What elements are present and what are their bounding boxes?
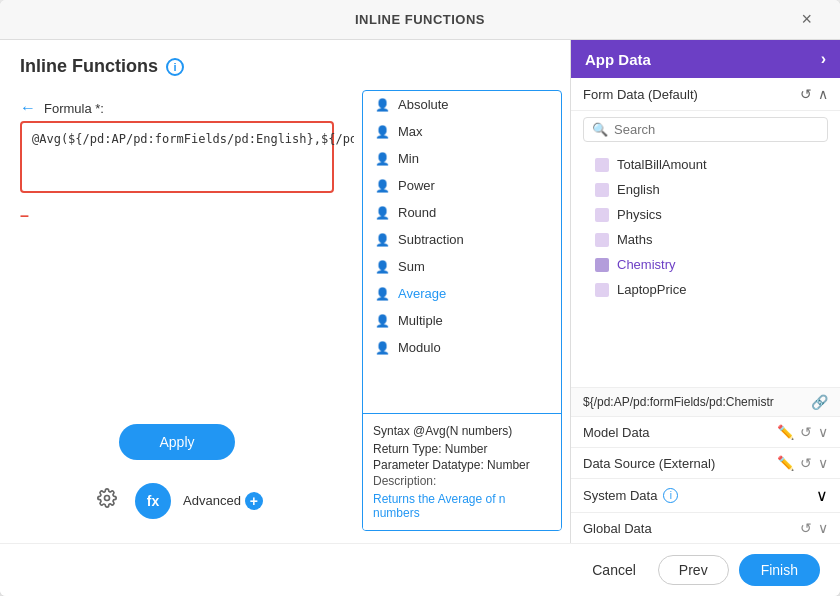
model-data-actions: ✏️ ↺ ∨: [777, 424, 828, 440]
fn-item-absolute[interactable]: 👤 Absolute: [363, 91, 561, 118]
fn-icon: 👤: [375, 341, 390, 355]
refresh-icon[interactable]: ↺: [800, 520, 812, 536]
modal-body: Inline Functions i ← Formula *: @Avg(${/…: [0, 40, 840, 543]
advanced-plus-icon: +: [245, 492, 263, 510]
global-data-section[interactable]: Global Data ↺ ∨: [571, 512, 840, 543]
copy-path-text: ${/pd:AP/pd:formFields/pd:Chemistr: [583, 395, 774, 409]
search-input[interactable]: [614, 122, 819, 137]
field-icon: [595, 258, 609, 272]
field-item-laptopprice[interactable]: LaptopPrice: [571, 277, 840, 302]
field-list: TotalBillAmount English Physics Maths Ch…: [571, 148, 840, 387]
refresh-icon[interactable]: ↺: [800, 455, 812, 471]
minus-sign: –: [20, 207, 29, 224]
search-box: 🔍: [583, 117, 828, 142]
fn-icon: 👤: [375, 314, 390, 328]
fn-icon: 👤: [375, 260, 390, 274]
chevron-down-icon[interactable]: ∨: [818, 424, 828, 440]
refresh-icon[interactable]: ↺: [800, 424, 812, 440]
fn-item-subtraction[interactable]: 👤 Subtraction: [363, 226, 561, 253]
info-icon[interactable]: i: [166, 58, 184, 76]
inline-functions-modal: INLINE FUNCTIONS × Inline Functions i ← …: [0, 0, 840, 596]
chevron-down-icon[interactable]: ∨: [818, 455, 828, 471]
fn-desc-label: Description:: [373, 474, 551, 488]
field-item-english[interactable]: English: [571, 177, 840, 202]
functions-panel: 👤 Absolute 👤 Max 👤 Min 👤 Power 👤: [362, 90, 562, 531]
prev-button[interactable]: Prev: [658, 555, 729, 585]
fx-icon-btn[interactable]: fx: [135, 483, 171, 519]
fn-item-min[interactable]: 👤 Min: [363, 145, 561, 172]
edit-icon[interactable]: ✏️: [777, 455, 794, 471]
system-data-section[interactable]: System Data i ∨: [571, 478, 840, 512]
fn-icon: 👤: [375, 206, 390, 220]
form-data-actions: ↺ ∧: [800, 86, 828, 102]
field-icon: [595, 283, 609, 297]
edit-icon[interactable]: ✏️: [777, 424, 794, 440]
fn-item-max[interactable]: 👤 Max: [363, 118, 561, 145]
cancel-button[interactable]: Cancel: [580, 556, 648, 584]
field-item-maths[interactable]: Maths: [571, 227, 840, 252]
fn-icon: 👤: [375, 98, 390, 112]
data-source-actions: ✏️ ↺ ∨: [777, 455, 828, 471]
fn-icon: 👤: [375, 233, 390, 247]
function-description: Syntax @Avg(N numbers) Return Type: Numb…: [363, 413, 561, 530]
advanced-button[interactable]: Advanced +: [183, 492, 263, 510]
app-data-header: App Data ›: [571, 40, 840, 78]
fn-icon: 👤: [375, 179, 390, 193]
system-chevron-down-icon[interactable]: ∨: [816, 486, 828, 505]
close-button[interactable]: ×: [794, 5, 821, 34]
field-item-totalbillamount[interactable]: TotalBillAmount: [571, 152, 840, 177]
fn-desc-text: Returns the Average of n numbers: [373, 492, 551, 520]
search-icon: 🔍: [592, 122, 608, 137]
settings-icon-btn[interactable]: [91, 482, 123, 519]
fn-icon: 👤: [375, 125, 390, 139]
modal-footer: Cancel Prev Finish: [0, 543, 840, 596]
field-item-physics[interactable]: Physics: [571, 202, 840, 227]
system-info-icon: i: [663, 488, 678, 503]
field-icon: [595, 158, 609, 172]
chevron-right-icon: ›: [821, 50, 826, 68]
formula-input[interactable]: @Avg(${/pd:AP/pd:formFields/pd:English},…: [20, 121, 334, 193]
modal-header: INLINE FUNCTIONS ×: [0, 0, 840, 40]
global-data-actions: ↺ ∨: [800, 520, 828, 536]
back-arrow[interactable]: ←: [20, 99, 36, 117]
system-data-label: System Data i: [583, 488, 678, 503]
panel-title: Inline Functions i: [20, 56, 184, 77]
right-panel: App Data › Form Data (Default) ↺ ∧ 🔍 Tot…: [570, 40, 840, 543]
left-panel: Inline Functions i ← Formula *: @Avg(${/…: [0, 40, 354, 543]
fn-icon: 👤: [375, 152, 390, 166]
fn-item-multiple[interactable]: 👤 Multiple: [363, 307, 561, 334]
field-icon: [595, 183, 609, 197]
fn-param: Parameter Datatype: Number: [373, 458, 551, 472]
modal-title: INLINE FUNCTIONS: [287, 12, 554, 27]
chevron-up-icon[interactable]: ∧: [818, 86, 828, 102]
svg-point-0: [105, 496, 110, 501]
field-icon: [595, 208, 609, 222]
fn-syntax: Syntax @Avg(N numbers): [373, 424, 551, 438]
copy-icon[interactable]: 🔗: [811, 394, 828, 410]
apply-button[interactable]: Apply: [119, 424, 234, 460]
copy-path-row: ${/pd:AP/pd:formFields/pd:Chemistr 🔗: [571, 387, 840, 416]
data-source-section[interactable]: Data Source (External) ✏️ ↺ ∨: [571, 447, 840, 478]
refresh-icon[interactable]: ↺: [800, 86, 812, 102]
fn-icon: 👤: [375, 287, 390, 301]
bottom-icons: fx Advanced +: [20, 472, 334, 519]
chevron-down-icon[interactable]: ∨: [818, 520, 828, 536]
fn-return: Return Type: Number: [373, 442, 551, 456]
function-list: 👤 Absolute 👤 Max 👤 Min 👤 Power 👤: [363, 91, 561, 413]
formula-label: ← Formula *:: [20, 99, 334, 117]
fn-item-sum[interactable]: 👤 Sum: [363, 253, 561, 280]
finish-button[interactable]: Finish: [739, 554, 820, 586]
field-icon: [595, 233, 609, 247]
fn-item-modulo[interactable]: 👤 Modulo: [363, 334, 561, 361]
field-item-chemistry[interactable]: Chemistry: [571, 252, 840, 277]
panel-title-text: Inline Functions: [20, 56, 158, 77]
formula-section: ← Formula *: @Avg(${/pd:AP/pd:formFields…: [20, 99, 334, 193]
fn-item-average[interactable]: 👤 Average: [363, 280, 561, 307]
model-data-section[interactable]: Model Data ✏️ ↺ ∨: [571, 416, 840, 447]
fn-item-round[interactable]: 👤 Round: [363, 199, 561, 226]
fn-item-power[interactable]: 👤 Power: [363, 172, 561, 199]
form-data-section: Form Data (Default) ↺ ∧: [571, 78, 840, 111]
apply-section: Apply: [20, 424, 334, 460]
